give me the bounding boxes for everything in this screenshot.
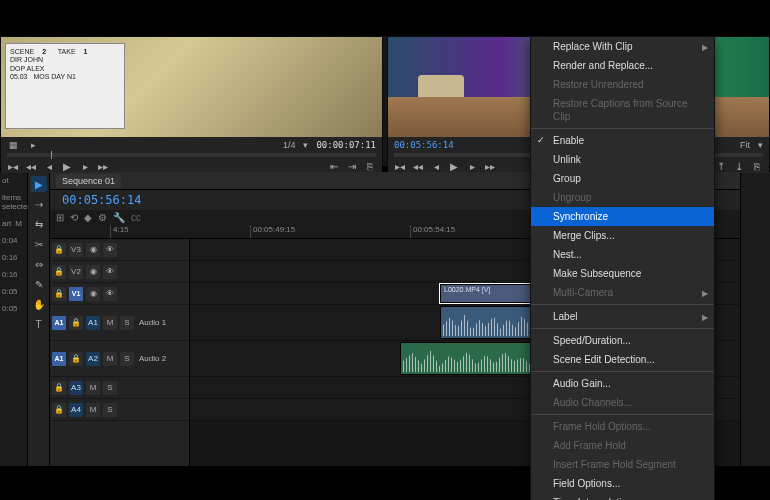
track-tag[interactable]: A1	[86, 316, 100, 330]
hand-tool[interactable]: ✋	[31, 296, 47, 312]
lock-icon[interactable]: 🔒	[52, 243, 66, 257]
menu-item-speed-duration[interactable]: Speed/Duration...	[531, 331, 714, 350]
clip-context-menu[interactable]: Replace With Clip▶Render and Replace...R…	[530, 36, 715, 500]
step-back-icon[interactable]: ◂◂	[25, 160, 37, 172]
track-source[interactable]: A1	[52, 316, 66, 330]
track-tag[interactable]: V1	[69, 287, 83, 301]
play-fwd-icon[interactable]: ▸	[466, 160, 478, 172]
play-back-icon[interactable]: ◂	[43, 160, 55, 172]
track-tag[interactable]: V3	[69, 243, 83, 257]
marker-add-icon[interactable]: ◆	[84, 212, 92, 223]
track-header-a2[interactable]: A1 🔒 A2 M S Audio 2	[50, 341, 189, 377]
play-icon[interactable]: ▶	[61, 160, 73, 172]
track-select-tool[interactable]: ⇢	[31, 196, 47, 212]
lock-icon[interactable]: 🔒	[69, 316, 83, 330]
mute-icon[interactable]: M	[86, 381, 100, 395]
solo-icon[interactable]: S	[120, 316, 134, 330]
mute-icon[interactable]: M	[86, 403, 100, 417]
track-tag[interactable]: A3	[69, 381, 83, 395]
menu-item-label[interactable]: Label▶	[531, 307, 714, 326]
col-header-start[interactable]: art	[2, 219, 11, 228]
ripple-edit-tool[interactable]: ⇆	[31, 216, 47, 232]
step-back-icon[interactable]: ◂◂	[412, 160, 424, 172]
menu-item-audio-gain[interactable]: Audio Gain...	[531, 374, 714, 393]
track-header-a4[interactable]: 🔒 A4 M S	[50, 399, 189, 421]
step-fwd-icon[interactable]: ▸▸	[97, 160, 109, 172]
solo-icon[interactable]: S	[103, 403, 117, 417]
track-header-a1[interactable]: A1 🔒 A1 M S Audio 1	[50, 305, 189, 341]
mark-in-icon[interactable]: ▸◂	[394, 160, 406, 172]
program-zoom[interactable]: Fit	[740, 140, 750, 150]
step-fwd-icon[interactable]: ▸▸	[484, 160, 496, 172]
eye-icon[interactable]: 👁	[103, 265, 117, 279]
menu-item-time-interpolation[interactable]: Time Interpolation▶	[531, 493, 714, 500]
export-frame-icon[interactable]: ⎘	[751, 160, 763, 172]
mark-in-icon[interactable]: ▸◂	[7, 160, 19, 172]
track-header-a3[interactable]: 🔒 A3 M S	[50, 377, 189, 399]
snap-toggle-icon[interactable]: ⊞	[56, 212, 64, 223]
track-tag[interactable]: A2	[86, 352, 100, 366]
settings-icon[interactable]: ⚙	[98, 212, 107, 223]
menu-item-synchronize[interactable]: Synchronize	[531, 207, 714, 226]
lock-icon[interactable]: 🔒	[52, 403, 66, 417]
menu-item-enable[interactable]: Enable✓	[531, 131, 714, 150]
clip-duration: 0:16	[2, 253, 25, 262]
track-header-v3[interactable]: 🔒 V3 ◉ 👁	[50, 239, 189, 261]
lift-icon[interactable]: ⤒	[715, 160, 727, 172]
settings-icon[interactable]: ▦	[7, 139, 19, 151]
razor-tool[interactable]: ✂	[31, 236, 47, 252]
track-tag[interactable]: V2	[69, 265, 83, 279]
source-scrubber[interactable]	[7, 153, 376, 157]
play-icon[interactable]: ▶	[448, 160, 460, 172]
menu-item-unlink[interactable]: Unlink	[531, 150, 714, 169]
mute-icon[interactable]: M	[103, 352, 117, 366]
menu-item-render-and-replace[interactable]: Render and Replace...	[531, 56, 714, 75]
timeline-timecode[interactable]: 00:05:56:14	[56, 191, 147, 209]
slate-dop: ALEX	[27, 65, 45, 72]
overwrite-icon[interactable]: ⇥	[346, 160, 358, 172]
pen-tool[interactable]: ✎	[31, 276, 47, 292]
lock-icon[interactable]: 🔒	[52, 265, 66, 279]
extract-icon[interactable]: ⤓	[733, 160, 745, 172]
col-header-m[interactable]: M	[15, 219, 22, 228]
clip-label: L0020.MP4 [V]	[444, 286, 490, 293]
selection-tool[interactable]: ▶	[31, 176, 47, 192]
toggle-output-icon[interactable]: ◉	[86, 287, 100, 301]
play-back-icon[interactable]: ◂	[430, 160, 442, 172]
menu-item-group[interactable]: Group	[531, 169, 714, 188]
source-zoom[interactable]: 1/4	[283, 140, 296, 150]
menu-item-nest[interactable]: Nest...	[531, 245, 714, 264]
project-tab[interactable]: ot	[2, 176, 25, 185]
sequence-tab[interactable]: Sequence 01	[56, 174, 121, 188]
insert-icon[interactable]: ⇤	[328, 160, 340, 172]
slip-tool[interactable]: ⇔	[31, 256, 47, 272]
eye-icon[interactable]: 👁	[103, 287, 117, 301]
track-source[interactable]: A1	[52, 352, 66, 366]
track-tag[interactable]: A4	[69, 403, 83, 417]
menu-item-scene-edit-detection[interactable]: Scene Edit Detection...	[531, 350, 714, 369]
menu-item-replace-with-clip[interactable]: Replace With Clip▶	[531, 37, 714, 56]
lock-icon[interactable]: 🔒	[52, 287, 66, 301]
marker-icon[interactable]: ▸	[27, 139, 39, 151]
lock-icon[interactable]: 🔒	[52, 381, 66, 395]
track-header-v2[interactable]: 🔒 V2 ◉ 👁	[50, 261, 189, 283]
export-frame-icon[interactable]: ⎘	[364, 160, 376, 172]
type-tool[interactable]: T	[31, 316, 47, 332]
wrench-icon[interactable]: 🔧	[113, 212, 125, 223]
menu-item-make-subsequence[interactable]: Make Subsequence	[531, 264, 714, 283]
solo-icon[interactable]: S	[120, 352, 134, 366]
toggle-output-icon[interactable]: ◉	[86, 265, 100, 279]
toggle-output-icon[interactable]: ◉	[86, 243, 100, 257]
mute-icon[interactable]: M	[103, 316, 117, 330]
track-header-v1[interactable]: 🔒 V1 ◉ 👁	[50, 283, 189, 305]
eye-icon[interactable]: 👁	[103, 243, 117, 257]
source-viewer[interactable]: SCENE 2 TAKE 1 DIR JOHN DOP ALEX 05.03 M…	[1, 37, 382, 137]
lock-icon[interactable]: 🔒	[69, 352, 83, 366]
caption-track-toggle[interactable]: cc	[131, 212, 141, 223]
solo-icon[interactable]: S	[103, 381, 117, 395]
menu-separator	[531, 328, 714, 329]
menu-item-field-options[interactable]: Field Options...	[531, 474, 714, 493]
linked-selection-icon[interactable]: ⟲	[70, 212, 78, 223]
play-fwd-icon[interactable]: ▸	[79, 160, 91, 172]
menu-item-merge-clips[interactable]: Merge Clips...	[531, 226, 714, 245]
